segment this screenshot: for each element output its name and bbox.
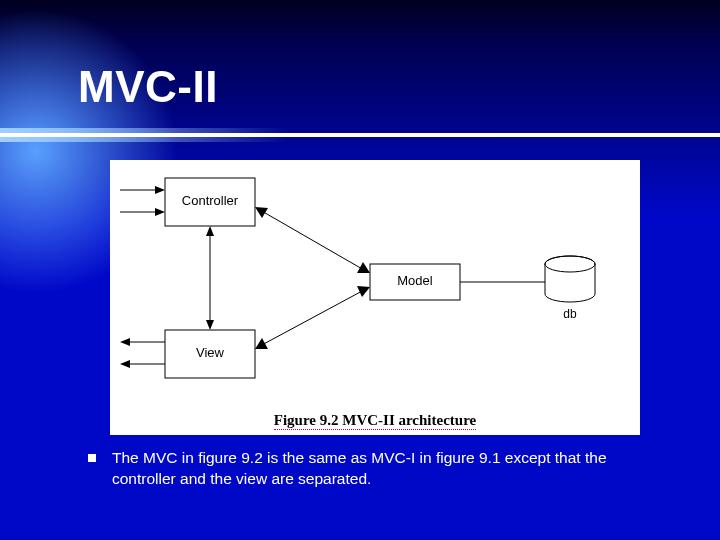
svg-marker-5 [155,208,165,216]
arrow-view-model [255,286,370,349]
arrow-in-controller-2 [120,208,165,216]
arrow-controller-view [206,226,214,330]
bullet-icon [88,454,96,462]
svg-marker-11 [206,226,214,236]
db-cylinder [545,256,595,302]
view-label: View [196,345,225,360]
arrow-out-view-1 [120,338,165,346]
svg-marker-17 [255,338,268,349]
db-label: db [563,307,577,321]
slide: MVC-II Controller View Model db [0,0,720,540]
svg-line-16 [260,290,364,346]
svg-line-13 [260,210,364,270]
svg-marker-12 [206,320,214,330]
controller-label: Controller [182,193,239,208]
mvc-diagram: Controller View Model db [110,160,640,410]
slide-title: MVC-II [78,62,218,112]
arrow-in-controller-1 [120,186,165,194]
arrow-controller-model [255,207,370,273]
model-label: Model [397,273,433,288]
svg-marker-3 [155,186,165,194]
svg-marker-9 [120,360,130,368]
arrow-out-view-2 [120,360,165,368]
svg-marker-18 [357,286,370,297]
body-text: The MVC in figure 9.2 is the same as MVC… [112,448,660,490]
title-underline [0,128,720,142]
svg-marker-7 [120,338,130,346]
figure-panel: Controller View Model db [110,160,640,435]
figure-caption: Figure 9.2 MVC-II architecture [110,412,640,429]
svg-marker-14 [255,207,268,218]
